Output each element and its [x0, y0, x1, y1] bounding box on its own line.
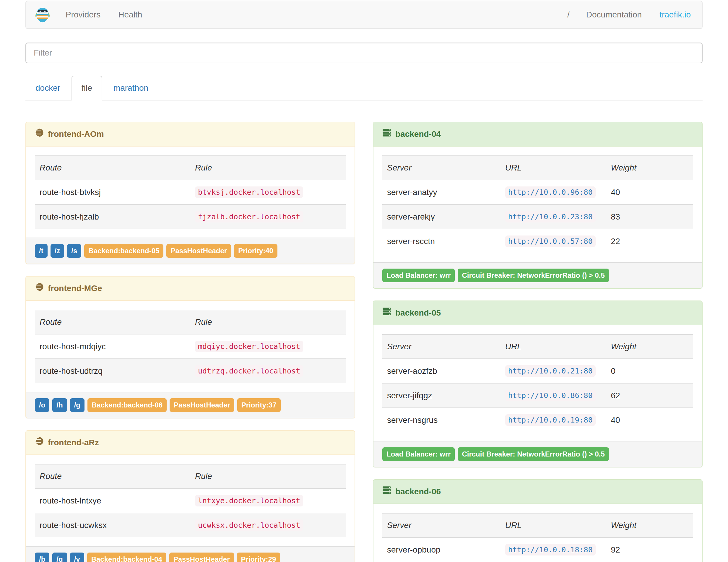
server-name: server-rscctn	[382, 229, 501, 253]
frontend-panel: frontend-MGe Route Rule route-host-mdqiy…	[25, 276, 355, 418]
entrypoint-badge: /g	[70, 398, 85, 412]
weight-column-header: Weight	[606, 156, 693, 180]
backends-column: backend-04 Server URL Weight server-anat…	[373, 122, 703, 562]
entrypoint-badge: /b	[35, 553, 49, 562]
frontend-panel-heading: frontend-AOm	[26, 122, 355, 147]
nav-traefik-io-link[interactable]: traefik.io	[651, 1, 700, 28]
priority-badge: Priority:29	[237, 553, 280, 562]
passhostheader-badge: PassHostHeader	[170, 398, 234, 412]
routes-header-row: Route Rule	[35, 310, 346, 334]
circuit-breaker-badge: Circuit Breaker: NetworkErrorRatio () > …	[458, 447, 609, 461]
nav-health-link[interactable]: Health	[109, 1, 151, 28]
traefik-logo-icon	[35, 5, 50, 25]
rule-column-header: Rule	[190, 156, 346, 180]
server-url-link[interactable]: http://10.0.0.19:80	[505, 414, 596, 426]
nav-documentation-link[interactable]: Documentation	[577, 1, 651, 28]
weight-column-header: Weight	[606, 513, 693, 537]
route-rule-code: lntxye.docker.localhost	[195, 495, 303, 506]
routes-header-row: Route Rule	[35, 464, 346, 488]
frontend-panel-footer: /b /g /y Backend:backend-04 PassHostHead…	[26, 546, 355, 562]
backend-title: backend-04	[395, 129, 441, 140]
route-name: route-host-ucwksx	[35, 513, 190, 537]
url-column-header: URL	[501, 513, 606, 537]
route-rule-code: ucwksx.docker.localhost	[195, 519, 303, 531]
server-url-link[interactable]: http://10.0.0.57:80	[505, 235, 596, 247]
route-row: route-host-udtrzq udtrzq.docker.localhos…	[35, 359, 346, 383]
backend-panel-heading: backend-06	[373, 480, 702, 504]
load-balancer-badge: Load Balancer: wrr	[382, 269, 455, 282]
server-url-link[interactable]: http://10.0.0.86:80	[505, 390, 596, 401]
server-weight: 92	[606, 537, 693, 562]
frontend-panel-footer: /t /z /s Backend:backend-05 PassHostHead…	[26, 238, 355, 264]
url-column-header: URL	[501, 334, 606, 359]
server-row: server-opbuop http://10.0.0.18:80 92	[382, 537, 693, 562]
routes-table: Route Rule route-host-mdqiyc mdqiyc.dock…	[35, 310, 346, 383]
server-url-link[interactable]: http://10.0.0.21:80	[505, 365, 596, 377]
load-balancer-badge: Load Balancer: wrr	[382, 447, 455, 461]
frontend-panel: frontend-AOm Route Rule route-host-btvks…	[25, 122, 355, 264]
route-name: route-host-mdqiyc	[35, 334, 190, 359]
servers-table: Server URL Weight server-opbuop http://1…	[382, 513, 693, 562]
globe-icon	[35, 282, 44, 294]
filter-bar	[25, 43, 703, 63]
server-row: server-rscctn http://10.0.0.57:80 22	[382, 229, 693, 253]
provider-tabs: docker file marathon	[25, 76, 703, 100]
server-row: server-aozfzb http://10.0.0.21:80 0	[382, 359, 693, 383]
route-name: route-host-fjzalb	[35, 204, 190, 229]
frontend-title: frontend-MGe	[48, 283, 102, 294]
entrypoint-badge: /s	[67, 244, 81, 258]
backend-panel-heading: backend-05	[373, 301, 702, 325]
route-column-header: Route	[35, 464, 190, 488]
filter-input[interactable]	[25, 43, 703, 63]
globe-icon	[35, 437, 44, 449]
server-url-link[interactable]: http://10.0.0.18:80	[505, 544, 596, 555]
server-url-link[interactable]: http://10.0.0.23:80	[505, 211, 596, 222]
server-row: server-nsgrus http://10.0.0.19:80 40	[382, 408, 693, 432]
server-weight: 83	[606, 204, 693, 229]
frontend-panel: frontend-aRz Route Rule route-host-lntxy…	[25, 430, 355, 562]
route-name: route-host-lntxye	[35, 488, 190, 513]
tab-file[interactable]: file	[71, 76, 102, 100]
route-column-header: Route	[35, 310, 190, 334]
frontends-column: frontend-AOm Route Rule route-host-btvks…	[25, 122, 355, 562]
nav-providers-link[interactable]: Providers	[57, 1, 109, 28]
backend-ref-badge: Backend:backend-04	[87, 553, 166, 562]
server-icon	[382, 307, 391, 319]
frontend-panel-heading: frontend-MGe	[26, 277, 355, 301]
server-name: server-opbuop	[382, 537, 501, 562]
nav-slash: /	[560, 1, 577, 28]
frontend-panel-body: Route Rule route-host-lntxye lntxye.dock…	[26, 455, 355, 546]
server-row: server-jifqgz http://10.0.0.86:80 62	[382, 383, 693, 408]
file-provider-content: frontend-AOm Route Rule route-host-btvks…	[25, 122, 703, 562]
entrypoint-badge: /z	[51, 244, 64, 258]
backend-panel-body: Server URL Weight server-anatyy http://1…	[373, 147, 702, 262]
servers-header-row: Server URL Weight	[382, 334, 693, 359]
url-column-header: URL	[501, 156, 606, 180]
route-rule-code: mdqiyc.docker.localhost	[195, 341, 303, 352]
server-name: server-nsgrus	[382, 408, 501, 432]
frontend-panel-heading: frontend-aRz	[26, 431, 355, 455]
traefik-brand[interactable]	[28, 5, 57, 25]
priority-badge: Priority:40	[234, 244, 277, 258]
passhostheader-badge: PassHostHeader	[166, 244, 231, 258]
route-row: route-host-mdqiyc mdqiyc.docker.localhos…	[35, 334, 346, 359]
backend-panel: backend-06 Server URL Weight server-opbu…	[373, 479, 703, 562]
route-name: route-host-udtrzq	[35, 359, 190, 383]
entrypoint-badge: /y	[70, 553, 84, 562]
servers-header-row: Server URL Weight	[382, 156, 693, 180]
globe-icon	[35, 128, 44, 140]
backend-ref-badge: Backend:backend-06	[87, 398, 167, 412]
backend-panel: backend-05 Server URL Weight server-aozf…	[373, 301, 703, 467]
weight-column-header: Weight	[606, 334, 693, 359]
server-weight: 40	[606, 180, 693, 204]
server-icon	[382, 486, 391, 498]
backend-panel-heading: backend-04	[373, 122, 702, 147]
tab-marathon[interactable]: marathon	[103, 76, 158, 100]
entrypoint-badge: /t	[35, 244, 48, 258]
server-column-header: Server	[382, 156, 501, 180]
routes-table: Route Rule route-host-lntxye lntxye.dock…	[35, 464, 346, 537]
navbar-right-links: / Documentation traefik.io	[560, 1, 700, 28]
route-rule-code: udtrzq.docker.localhost	[195, 365, 303, 377]
server-url-link[interactable]: http://10.0.0.96:80	[505, 186, 596, 198]
tab-docker[interactable]: docker	[25, 76, 70, 100]
